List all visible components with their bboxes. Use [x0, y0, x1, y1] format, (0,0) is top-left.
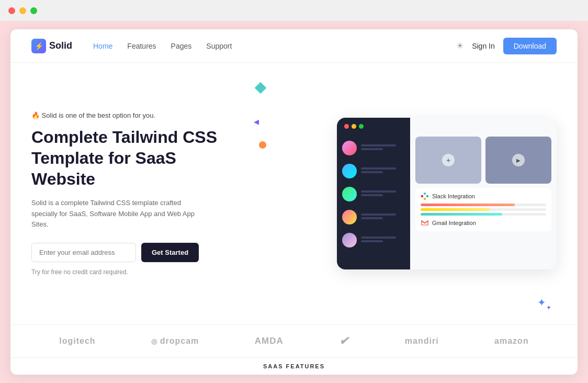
user-lines-2 — [361, 167, 405, 175]
prog-bar-fill-3 — [421, 213, 502, 216]
card-dot-green — [359, 124, 364, 129]
brand-logitech: logitech — [59, 336, 95, 346]
sidebar-user-1 — [337, 137, 410, 160]
brand-amd: AMDA — [255, 336, 284, 346]
gmail-integration-row: Gmail Integration — [421, 219, 546, 227]
sign-in-link[interactable]: Sign In — [472, 42, 495, 50]
user-line — [361, 236, 396, 239]
hero-title: Complete Tailwind CSS Template for SaaS … — [31, 127, 241, 189]
user-lines-5 — [361, 236, 405, 244]
hero-title-line1: Complete Tailwind CSS — [31, 128, 217, 147]
user-line — [361, 190, 396, 193]
brand-nike: ✔ — [339, 334, 349, 348]
theme-toggle-icon[interactable]: ☀ — [456, 41, 463, 51]
prog-bar-1 — [421, 204, 546, 206]
prog-bar-3 — [421, 213, 546, 216]
browser-outer: ⚡ Solid Home Features Pages Support ☀ Si… — [0, 21, 588, 383]
hero-section: 🔥 Solid is one of the best option for yo… — [10, 63, 578, 324]
nav-links: Home Features Pages Support — [93, 42, 456, 50]
card-thumb-1: + — [415, 137, 481, 184]
prog-bar-fill-2 — [421, 208, 490, 211]
traffic-light-yellow[interactable] — [19, 7, 26, 14]
user-line — [361, 217, 383, 219]
card-thumb-2: ▶ — [485, 137, 551, 184]
user-line — [361, 144, 396, 147]
svg-rect-2 — [426, 195, 428, 197]
nav-support[interactable]: Support — [206, 42, 232, 50]
slack-icon — [421, 192, 429, 200]
prog-bar-fill-1 — [421, 204, 515, 206]
sidebar-user-5 — [337, 229, 410, 252]
user-lines-3 — [361, 190, 405, 198]
nav-features[interactable]: Features — [127, 42, 156, 50]
nav-right: ☀ Sign In Download — [456, 38, 557, 54]
sidebar-user-2 — [337, 160, 410, 183]
user-lines-1 — [361, 144, 405, 152]
browser-window: ⚡ Solid Home Features Pages Support ☀ Si… — [10, 29, 578, 375]
card-dot-yellow — [352, 124, 356, 129]
card-top-row: + ▶ — [415, 137, 551, 184]
user-lines-4 — [361, 213, 405, 221]
user-line — [361, 167, 396, 170]
get-started-button[interactable]: Get Started — [141, 243, 199, 262]
dashboard-card: + ▶ — [337, 118, 557, 269]
svg-rect-0 — [421, 195, 423, 197]
hero-tag: 🔥 Solid is one of the best option for yo… — [31, 111, 241, 119]
user-line — [361, 148, 383, 150]
arrow-left-shape: ◂ — [254, 115, 259, 128]
user-line — [361, 171, 383, 173]
user-avatar-2 — [342, 164, 357, 178]
brand-dropcam: dropcam — [151, 336, 199, 346]
footer-label: SAAS FEATURES — [10, 357, 578, 375]
slack-integration-row: Slack Integration — [421, 192, 546, 200]
plus-icon: + — [442, 154, 455, 166]
svg-rect-1 — [424, 193, 426, 195]
gmail-label: Gmail Integration — [432, 220, 476, 226]
user-line — [361, 240, 383, 242]
gmail-icon — [421, 219, 429, 227]
user-line — [361, 194, 383, 196]
user-avatar-4 — [342, 210, 357, 224]
sparkle-shape-1: ✦ — [537, 296, 546, 309]
card-sidebar — [337, 118, 410, 269]
user-line — [361, 213, 396, 216]
logo-icon: ⚡ — [31, 39, 46, 53]
sidebar-user-3 — [337, 183, 410, 206]
hero-description: Solid is a complete Tailwind CSS templat… — [31, 198, 199, 230]
hero-left: 🔥 Solid is one of the best option for yo… — [31, 111, 251, 276]
navbar: ⚡ Solid Home Features Pages Support ☀ Si… — [10, 29, 578, 63]
play-icon: ▶ — [512, 154, 525, 166]
orange-circle-shape — [259, 141, 266, 149]
brands-section: logitech dropcam AMDA ✔ mandiri amazon — [10, 324, 578, 357]
card-content: + ▶ — [410, 118, 557, 269]
diamond-shape-1 — [255, 82, 267, 94]
nav-pages[interactable]: Pages — [171, 42, 192, 50]
traffic-light-green[interactable] — [30, 7, 37, 14]
hero-title-line2: Template for SaaS Website — [31, 149, 176, 188]
brand-mandiri: mandiri — [405, 336, 439, 346]
try-free-text: Try for free no credit card required. — [31, 268, 241, 276]
logo[interactable]: ⚡ Solid — [31, 39, 72, 53]
sidebar-user-4 — [337, 206, 410, 229]
email-row: Get Started — [31, 243, 241, 262]
sparkle-shape-2: ✦ — [546, 304, 551, 311]
nav-home[interactable]: Home — [93, 42, 112, 50]
os-chrome-bar — [0, 0, 588, 21]
download-button[interactable]: Download — [503, 38, 557, 54]
card-integration: Slack Integration — [415, 188, 551, 231]
brand-amazon: amazon — [494, 336, 529, 346]
hero-right: ◂ ✦ ✦ — [251, 63, 557, 324]
traffic-light-red[interactable] — [8, 7, 15, 14]
email-input[interactable] — [31, 243, 136, 262]
user-avatar-5 — [342, 233, 357, 247]
svg-rect-3 — [424, 198, 426, 200]
logo-text: Solid — [49, 40, 72, 51]
progress-bars — [421, 204, 546, 216]
card-dots — [344, 124, 364, 129]
prog-bar-2 — [421, 208, 546, 211]
card-dot-red — [344, 124, 349, 129]
user-avatar-3 — [342, 187, 357, 201]
user-avatar-1 — [342, 141, 357, 155]
slack-label: Slack Integration — [432, 193, 475, 199]
